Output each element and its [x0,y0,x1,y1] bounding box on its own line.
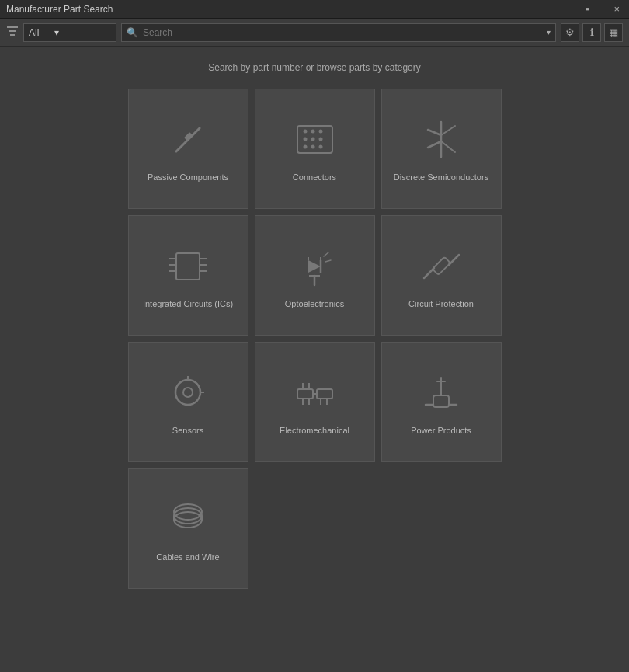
svg-rect-43 [317,389,332,399]
svg-point-8 [318,130,322,134]
cables-and-wire-label: Cables and Wire [156,552,219,562]
svg-point-14 [318,145,322,149]
title-bar: Manufacturer Part Search ▪ − × [0,0,629,19]
integrated-circuits-label: Integrated Circuits (ICs) [143,299,233,308]
search-input[interactable] [143,27,542,38]
settings-icon: ⚙ [565,26,575,38]
svg-point-12 [303,145,307,149]
category-optoelectronics[interactable]: Optoelectronics [255,215,375,336]
svg-rect-42 [297,389,313,399]
close-button[interactable]: × [610,4,623,14]
optoelectronics-icon [291,243,338,290]
svg-point-6 [303,130,307,134]
svg-line-33 [324,252,328,256]
svg-line-18 [441,126,455,135]
integrated-circuits-icon [165,243,211,290]
category-discrete-semiconductors[interactable]: Discrete Semiconductors [381,89,502,209]
passive-components-label: Passive Components [148,172,228,182]
power-products-icon [418,370,464,416]
category-power-products[interactable]: Power Products [381,342,502,462]
svg-marker-29 [308,260,321,273]
svg-line-17 [428,141,441,148]
toolbar-icons: ⚙ ℹ ▦ [561,23,623,42]
svg-line-16 [428,130,441,135]
category-passive-components[interactable]: Passive Components [128,89,248,209]
filter-label: All [29,27,39,38]
power-products-label: Power Products [411,426,471,435]
minimize-button[interactable]: − [596,4,608,14]
circuit-protection-label: Circuit Protection [408,299,474,308]
info-button[interactable]: ℹ [582,23,601,42]
category-cables-and-wire[interactable]: Cables and Wire [128,468,248,589]
filter-dropdown[interactable]: All ▾ [23,23,116,42]
electromechanical-label: Electromechanical [280,426,349,435]
layout-button[interactable]: ▦ [604,23,623,42]
svg-point-11 [318,138,322,141]
svg-point-7 [311,130,314,134]
svg-point-13 [311,145,314,149]
svg-point-57 [174,508,202,524]
settings-button[interactable]: ⚙ [561,23,579,42]
category-integrated-circuits[interactable]: Integrated Circuits (ICs) [128,215,248,336]
svg-line-34 [325,260,331,262]
title-bar-title: Manufacturer Part Search [6,4,113,15]
passive-components-icon [165,117,211,163]
filter-chevron-icon: ▾ [54,27,59,38]
search-dropdown-button[interactable]: ▾ [547,28,551,37]
filter-icon [6,26,19,39]
svg-point-9 [303,138,307,141]
subtitle-text: Search by part number or browse parts by… [208,62,420,73]
svg-rect-53 [433,395,449,407]
circuit-protection-icon [418,243,464,290]
sensors-icon [165,370,211,416]
svg-rect-37 [432,256,450,274]
discrete-semiconductors-icon [418,117,464,163]
category-connectors[interactable]: Connectors [255,89,375,209]
connectors-icon [291,117,338,163]
title-bar-left: Manufacturer Part Search [6,4,113,15]
category-circuit-protection[interactable]: Circuit Protection [381,215,502,336]
main-content: Search by part number or browse parts by… [0,47,629,604]
search-container: 🔍 ▾ [121,23,556,42]
sensors-label: Sensors [172,426,203,435]
search-icon: 🔍 [127,27,138,38]
category-grid: Passive Components Connec [128,89,502,589]
category-electromechanical[interactable]: Electromechanical [255,342,375,462]
toolbar: All ▾ 🔍 ▾ ⚙ ℹ ▦ [0,19,629,47]
discrete-semiconductors-label: Discrete Semiconductors [394,172,488,182]
svg-point-10 [311,138,314,141]
svg-line-19 [441,141,455,152]
optoelectronics-label: Optoelectronics [285,299,344,308]
pin-button[interactable]: ▪ [582,4,593,14]
svg-point-38 [175,380,200,405]
connectors-label: Connectors [293,172,336,182]
cables-and-wire-icon [165,496,211,543]
title-bar-controls: ▪ − × [582,4,623,14]
info-icon: ℹ [590,26,594,38]
electromechanical-icon [291,370,338,416]
svg-point-39 [183,388,193,397]
category-sensors[interactable]: Sensors [128,342,248,462]
svg-line-3 [176,128,200,151]
svg-rect-20 [176,253,200,280]
layout-icon: ▦ [609,26,618,38]
svg-rect-5 [297,126,332,153]
